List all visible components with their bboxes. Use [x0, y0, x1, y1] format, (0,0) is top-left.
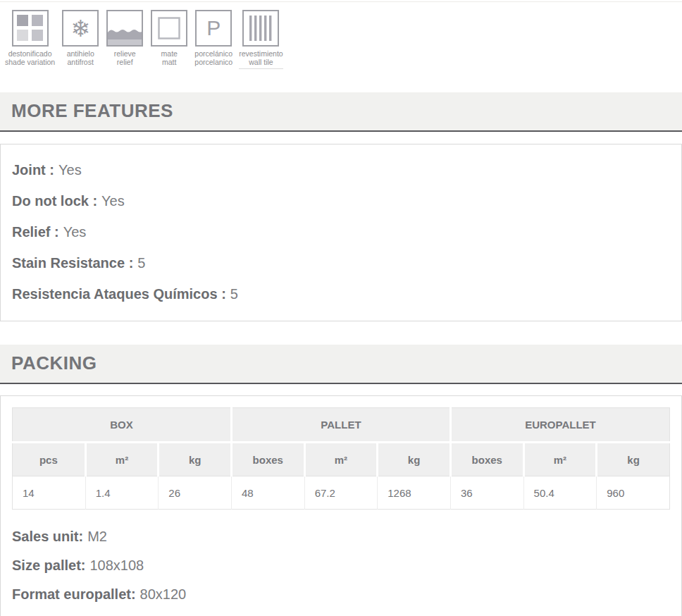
detail-label: Size pallet: [12, 558, 85, 574]
column-header: kg [597, 443, 670, 476]
table-cell: 1268 [378, 476, 451, 510]
porcelain-p-icon: P [195, 10, 232, 47]
group-header-box: BOX [13, 408, 232, 443]
icon-label: porcelánico porcelanico [194, 49, 232, 66]
top-divider [0, 0, 682, 2]
table-cell: 26 [159, 476, 232, 510]
feature-row-joint: Joint : Yes [12, 154, 670, 185]
detail-label: Sales unit: [12, 529, 83, 545]
icon-item-wall-tile: revestimiento wall tile [239, 10, 283, 69]
feature-icons-row: destonificado shade variation ❄ antihiel… [5, 10, 682, 69]
detail-row-size-pallet: Size pallet: 108x108 [12, 551, 670, 580]
more-features-title: MORE FEATURES [11, 100, 173, 121]
icon-item-matt: mate matt [150, 10, 188, 66]
icon-item-relief: relieve relief [106, 10, 144, 66]
table-column-header-row: pcs m² kg boxes m² kg boxes m² kg [13, 443, 670, 476]
detail-value: 108x108 [89, 558, 144, 574]
table-cell: 48 [231, 476, 304, 510]
feature-value: 5 [137, 255, 145, 271]
shade-variation-icon [12, 10, 49, 47]
feature-row-relief: Relief : Yes [12, 216, 670, 247]
column-header: m² [304, 443, 378, 476]
section-header-more-features: MORE FEATURES [0, 92, 682, 132]
feature-value: Yes [63, 224, 87, 240]
packing-title: PACKING [11, 352, 97, 374]
icon-item-shade-variation: destonificado shade variation [5, 10, 55, 66]
more-features-panel: Joint : Yes Do not lock : Yes Relief : Y… [0, 144, 682, 321]
icon-label: mate matt [161, 49, 178, 66]
icon-label: antihielo antifrost [67, 49, 94, 66]
detail-label: Format europallet: [12, 586, 136, 603]
icon-label: revestimiento wall tile [239, 49, 283, 69]
section-header-packing: PACKING [0, 345, 682, 384]
icon-label: destonificado shade variation [5, 49, 55, 66]
column-header: m² [85, 443, 159, 476]
column-header: boxes [231, 443, 304, 476]
feature-label: Stain Resistance : [12, 255, 133, 271]
packing-details: Sales unit: M2 Size pallet: 108x108 Form… [12, 522, 670, 609]
feature-row-do-not-lock: Do not lock : Yes [12, 185, 670, 216]
feature-row-stain-resistance: Stain Resistance : 5 [12, 247, 670, 278]
feature-label: Do not lock : [12, 193, 97, 209]
feature-label: Joint : [12, 162, 54, 178]
icon-label: relieve relief [114, 49, 136, 66]
column-header: kg [159, 443, 232, 476]
detail-row-sales-unit: Sales unit: M2 [12, 522, 670, 551]
feature-label: Relief : [12, 224, 59, 240]
table-data-row: 14 1.4 26 48 67.2 1268 36 50.4 960 [13, 476, 670, 510]
icon-item-porcelain: P porcelánico porcelanico [194, 10, 232, 66]
column-header: pcs [13, 443, 86, 476]
table-cell: 67.2 [304, 476, 378, 510]
table-cell: 960 [597, 476, 670, 510]
column-header: kg [378, 443, 451, 476]
column-header: m² [523, 443, 597, 476]
table-group-header-row: BOX PALLET EUROPALLET [13, 408, 670, 443]
table-cell: 1.4 [85, 476, 159, 510]
feature-label: Resistencia Ataques Químicos : [12, 286, 226, 302]
column-header: boxes [450, 443, 523, 476]
table-cell: 36 [450, 476, 523, 510]
group-header-europallet: EUROPALLET [450, 408, 669, 443]
p-glyph: P [206, 18, 221, 39]
group-header-pallet: PALLET [231, 408, 450, 443]
snowflake-icon: ❄ [62, 10, 99, 47]
relief-wave-icon [106, 10, 143, 47]
detail-value: M2 [87, 529, 107, 545]
feature-value: Yes [58, 162, 82, 178]
feature-row-chemical-resistance: Resistencia Ataques Químicos : 5 [12, 278, 670, 309]
feature-value: 5 [230, 286, 238, 302]
snowflake-glyph: ❄ [70, 17, 90, 40]
table-cell: 14 [13, 476, 86, 510]
detail-row-format-europallet: Format europallet: 80x120 [12, 580, 670, 609]
icon-item-antifrost: ❄ antihielo antifrost [61, 10, 99, 66]
packing-panel: BOX PALLET EUROPALLET pcs m² kg boxes m²… [0, 395, 682, 616]
table-cell: 50.4 [523, 476, 597, 510]
matt-square-icon [151, 10, 187, 47]
packing-table: BOX PALLET EUROPALLET pcs m² kg boxes m²… [12, 407, 670, 510]
feature-value: Yes [101, 193, 125, 209]
detail-value: 80x120 [140, 586, 187, 603]
wall-tile-stripes-icon [242, 10, 279, 47]
